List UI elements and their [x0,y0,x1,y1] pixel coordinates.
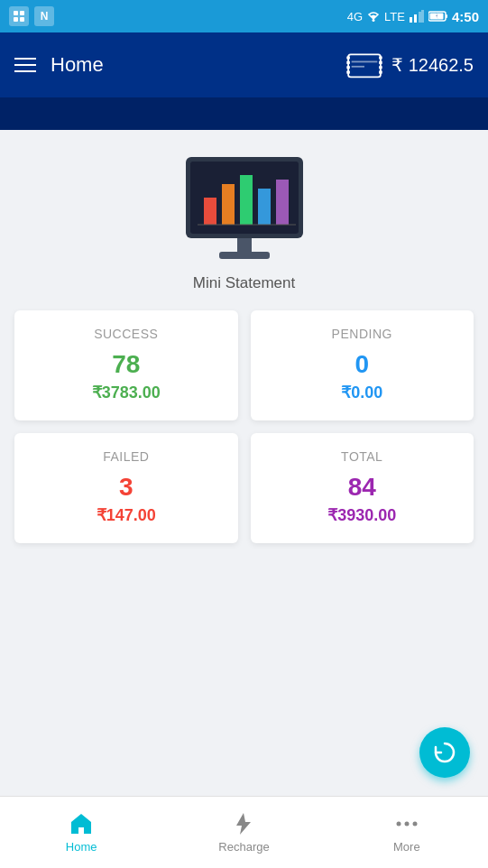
gallery-icon [9,6,29,26]
success-count: 78 [29,350,224,379]
svg-rect-32 [219,252,270,259]
svg-point-36 [412,822,417,826]
svg-rect-27 [240,175,253,225]
time-display: 4:50 [452,9,479,24]
pending-label: PENDING [265,327,460,341]
svg-rect-15 [346,66,350,69]
svg-point-34 [396,822,401,826]
mini-statement-chart [172,148,317,274]
hamburger-menu[interactable] [14,58,36,72]
marquee-banner: Welcome to QPS.... Welcome to QPS.... [0,97,488,130]
bottom-nav: Home Recharge More [0,796,488,868]
svg-rect-14 [346,61,350,65]
n-app-icon: N [34,6,54,26]
nav-more[interactable]: More [326,811,488,854]
battery-icon [428,11,448,22]
wifi-icon [366,10,381,23]
mini-statement-section: Mini Statement [14,148,474,292]
svg-rect-0 [14,11,18,15]
svg-rect-20 [379,70,382,74]
network-type: 4G [347,10,363,23]
wallet-icon [346,50,382,80]
marquee-text: Welcome to QPS.... Welcome to QPS.... [0,106,488,121]
home-nav-icon [69,811,94,836]
signal-icon [409,10,425,23]
svg-rect-22 [352,66,364,68]
svg-rect-8 [421,10,424,23]
svg-rect-21 [352,61,378,63]
more-nav-label: More [393,840,420,854]
svg-rect-26 [222,184,235,225]
refresh-icon [432,740,457,765]
svg-rect-3 [20,17,24,22]
main-content: Mini Statement SUCCESS 78 ₹3783.00 PENDI… [0,130,488,796]
recharge-nav-label: Recharge [218,840,269,854]
svg-point-35 [404,822,409,826]
wallet-balance: ₹ 12462.5 [391,54,474,76]
pending-count: 0 [265,350,460,379]
failed-card: FAILED 3 ₹147.00 [14,433,238,543]
failed-amount: ₹147.00 [29,505,224,525]
nav-recharge[interactable]: Recharge [162,811,325,854]
svg-rect-16 [346,70,350,74]
svg-rect-17 [379,56,382,60]
svg-rect-25 [204,198,216,225]
pending-card: PENDING 0 ₹0.00 [251,310,474,420]
total-amount: ₹3930.00 [265,505,460,525]
mini-statement-label: Mini Statement [193,274,295,292]
stats-grid: SUCCESS 78 ₹3783.00 PENDING 0 ₹0.00 FAIL… [14,310,474,543]
home-nav-label: Home [66,840,97,854]
svg-rect-6 [414,14,417,23]
success-label: SUCCESS [29,327,224,341]
refresh-fab[interactable] [419,727,470,778]
status-bar: N 4G LTE 4:50 [0,0,488,32]
svg-marker-33 [236,813,251,835]
svg-rect-19 [379,66,382,69]
success-card: SUCCESS 78 ₹3783.00 [14,310,238,420]
svg-rect-1 [20,11,24,15]
svg-point-4 [373,19,375,22]
svg-rect-2 [14,17,18,22]
failed-label: FAILED [29,449,224,464]
svg-rect-18 [379,61,382,65]
svg-rect-13 [346,56,350,60]
svg-rect-5 [410,17,412,23]
pending-amount: ₹0.00 [265,383,460,402]
failed-count: 3 [29,473,224,502]
success-amount: ₹3783.00 [29,383,224,402]
app-header: Home ₹ 12462.5 [0,32,488,97]
total-count: 84 [265,473,460,502]
total-label: TOTAL [265,449,460,464]
page-title: Home [51,53,104,77]
more-nav-icon [394,811,419,836]
svg-rect-7 [419,12,421,23]
svg-rect-31 [237,238,252,253]
svg-rect-10 [446,14,447,18]
svg-rect-28 [258,189,271,225]
recharge-nav-icon [231,811,256,836]
lte-text: LTE [384,10,405,23]
nav-home[interactable]: Home [0,811,162,854]
svg-rect-29 [276,180,289,225]
total-card: TOTAL 84 ₹3930.00 [251,433,474,543]
